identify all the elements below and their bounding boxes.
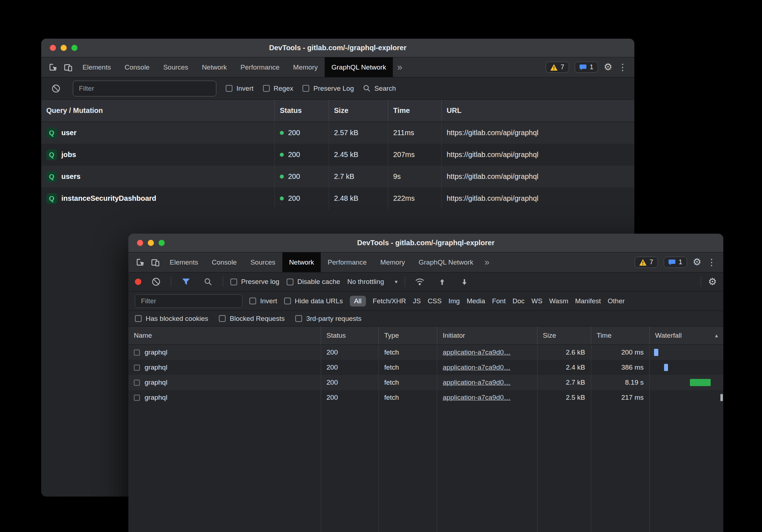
preserve-log-checkbox[interactable] <box>302 85 309 92</box>
initiator-link[interactable]: application-a7ca9d0… <box>443 348 511 356</box>
disable-cache-checkbox[interactable] <box>287 279 293 285</box>
row-checkbox[interactable] <box>134 380 140 386</box>
inspect-element-icon[interactable] <box>133 255 148 270</box>
row-checkbox[interactable] <box>134 395 140 401</box>
close-window-button[interactable] <box>137 240 143 246</box>
tab-elements[interactable]: Elements <box>163 252 205 272</box>
size-cell: 2.4 kB <box>537 360 591 375</box>
initiator-link[interactable]: application-a7ca9d0… <box>443 364 511 371</box>
initiator-link[interactable]: application-a7ca9d0… <box>443 394 511 402</box>
column-header-time[interactable]: Time <box>388 100 441 122</box>
kebab-menu-icon[interactable]: ⋮ <box>618 63 627 72</box>
tab-console[interactable]: Console <box>118 57 156 77</box>
filter-type-font[interactable]: Font <box>492 297 505 305</box>
minimize-window-button[interactable] <box>61 45 67 51</box>
import-har-icon[interactable] <box>434 274 450 289</box>
messages-badge[interactable]: 1 <box>575 62 598 73</box>
filter-type-doc[interactable]: Doc <box>512 297 525 305</box>
messages-badge[interactable]: 1 <box>664 257 687 268</box>
tab-performance[interactable]: Performance <box>321 252 373 272</box>
column-header-type[interactable]: Type <box>378 327 437 345</box>
column-header-time[interactable]: Time <box>591 327 649 345</box>
issues-badge[interactable]: 7 <box>546 62 569 73</box>
filter-type-manifest[interactable]: Manifest <box>575 297 601 305</box>
tab-elements[interactable]: Elements <box>76 57 118 77</box>
settings-gear-icon[interactable]: ⚙ <box>693 257 701 267</box>
invert-checkbox[interactable] <box>249 298 256 304</box>
more-tabs-icon[interactable]: » <box>393 62 406 72</box>
network-filter-input[interactable] <box>135 294 243 308</box>
tab-sources[interactable]: Sources <box>244 252 282 272</box>
invert-checkbox[interactable] <box>226 85 232 92</box>
filter-type-fetch-xhr[interactable]: Fetch/XHR <box>373 297 406 305</box>
query-row[interactable]: Q instanceSecurityDashboard 200 2.48 kB … <box>41 187 634 209</box>
inspect-element-icon[interactable] <box>46 60 61 75</box>
issues-badge[interactable]: 7 <box>635 257 658 268</box>
search-icon[interactable] <box>201 274 216 289</box>
request-row[interactable]: graphql 200 fetch application-a7ca9d0… 2… <box>128 390 723 405</box>
column-header-initiator[interactable]: Initiator <box>437 327 537 345</box>
tab-console[interactable]: Console <box>205 252 244 272</box>
column-header-status[interactable]: Status <box>274 100 329 122</box>
filter-funnel-icon[interactable] <box>178 274 193 289</box>
column-header-waterfall[interactable]: Waterfall ▲ <box>649 327 723 345</box>
column-header-size[interactable]: Size <box>329 100 388 122</box>
tab-memory[interactable]: Memory <box>286 57 325 77</box>
filter-type-wasm[interactable]: Wasm <box>549 297 568 305</box>
filter-type-other[interactable]: Other <box>608 297 625 305</box>
has-blocked-cookies-checkbox[interactable] <box>135 315 142 322</box>
row-checkbox[interactable] <box>134 365 140 371</box>
export-har-icon[interactable] <box>457 274 472 289</box>
tab-memory[interactable]: Memory <box>373 252 412 272</box>
filter-input[interactable] <box>73 81 216 96</box>
more-tabs-icon[interactable]: » <box>480 257 494 267</box>
tab-performance[interactable]: Performance <box>234 57 286 77</box>
tab-sources[interactable]: Sources <box>156 57 195 77</box>
network-conditions-icon[interactable] <box>412 274 427 289</box>
minimize-window-button[interactable] <box>148 240 154 246</box>
tab-network[interactable]: Network <box>282 252 321 272</box>
column-header-name[interactable]: Name <box>128 327 321 345</box>
row-checkbox[interactable] <box>134 350 140 356</box>
filter-type-ws[interactable]: WS <box>531 297 542 305</box>
tab-graphql-network[interactable]: GraphQL Network <box>412 252 480 272</box>
filter-type-media[interactable]: Media <box>467 297 485 305</box>
titlebar[interactable]: DevTools - gitlab.com/-/graphql-explorer <box>128 234 723 252</box>
request-row[interactable]: graphql 200 fetch application-a7ca9d0… 2… <box>128 375 723 390</box>
filter-type-css[interactable]: CSS <box>428 297 442 305</box>
column-header-query-mutation[interactable]: Query / Mutation <box>41 100 274 122</box>
query-row[interactable]: Q users 200 2.7 kB 9s https://gitlab.com… <box>41 166 634 187</box>
kebab-menu-icon[interactable]: ⋮ <box>707 258 716 267</box>
third-party-requests-checkbox[interactable] <box>295 315 302 322</box>
column-header-status[interactable]: Status <box>321 327 378 345</box>
settings-gear-icon[interactable]: ⚙ <box>604 62 612 72</box>
filter-type-img[interactable]: Img <box>448 297 460 305</box>
initiator-link[interactable]: application-a7ca9d0… <box>443 379 511 386</box>
preserve-log-checkbox[interactable] <box>230 279 237 285</box>
network-settings-gear-icon[interactable]: ⚙ <box>708 277 717 287</box>
blocked-requests-checkbox[interactable] <box>219 315 226 322</box>
clear-icon[interactable] <box>149 274 164 289</box>
tab-network[interactable]: Network <box>195 57 234 77</box>
regex-checkbox[interactable] <box>263 85 270 92</box>
filter-type-js[interactable]: JS <box>413 297 421 305</box>
zoom-window-button[interactable] <box>159 240 165 246</box>
clear-icon[interactable] <box>48 81 64 96</box>
query-row[interactable]: Q jobs 200 2.45 kB 207ms https://gitlab.… <box>41 144 634 166</box>
device-toolbar-icon[interactable] <box>148 255 163 270</box>
record-button[interactable] <box>135 279 141 285</box>
column-header-url[interactable]: URL <box>441 100 634 122</box>
close-window-button[interactable] <box>50 45 56 51</box>
device-toolbar-icon[interactable] <box>61 60 76 75</box>
tab-graphql-network[interactable]: GraphQL Network <box>325 57 393 77</box>
titlebar[interactable]: DevTools - gitlab.com/-/graphql-explorer <box>41 39 634 57</box>
request-row[interactable]: graphql 200 fetch application-a7ca9d0… 2… <box>128 345 723 360</box>
query-row[interactable]: Q user 200 2.57 kB 211ms https://gitlab.… <box>41 122 634 144</box>
throttling-select[interactable]: No throttling ▾ <box>347 278 398 286</box>
zoom-window-button[interactable] <box>71 45 77 51</box>
hide-data-urls-checkbox[interactable] <box>284 298 291 304</box>
filter-type-all[interactable]: All <box>350 296 366 307</box>
request-row[interactable]: graphql 200 fetch application-a7ca9d0… 2… <box>128 360 723 375</box>
column-header-size[interactable]: Size <box>537 327 591 345</box>
search-button[interactable]: Search <box>363 85 396 92</box>
